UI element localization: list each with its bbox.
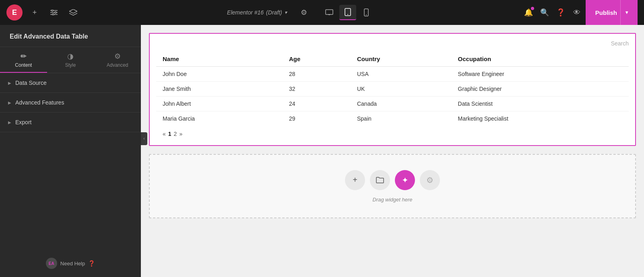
cell-age-1: 32 — [283, 82, 351, 96]
advanced-features-section: ▶ Advanced Features — [0, 93, 141, 113]
data-source-arrow: ▶ — [8, 81, 11, 85]
topbar-left: E + — [6, 4, 80, 21]
col-header-occupation: Occupation — [452, 51, 629, 67]
draft-status: (Draft) — [266, 9, 282, 16]
cell-occupation-2: Data Scientist — [452, 96, 629, 111]
add-widget-button[interactable]: + — [345, 170, 365, 190]
col-header-name: Name — [156, 51, 283, 67]
svg-point-3 — [52, 10, 53, 11]
notifications-button[interactable]: 🔔 — [521, 5, 536, 20]
data-source-header[interactable]: ▶ Data Source — [0, 73, 141, 92]
draft-chevron: ▾ — [285, 10, 287, 15]
tab-content-label: Content — [15, 62, 32, 68]
sidebar: Edit Advanced Data Table ✏ Content ◑ Sty… — [0, 25, 141, 277]
sidebar-tabs: ✏ Content ◑ Style ⚙ Advanced — [0, 47, 141, 73]
table-row: Maria Garcia 29 Spain Marketing Speciali… — [156, 111, 629, 126]
advanced-features-arrow: ▶ — [8, 101, 11, 105]
tab-style-label: Style — [65, 62, 76, 68]
svg-point-12 — [366, 14, 367, 15]
cell-country-3: Spain — [351, 111, 452, 126]
pagination-page-1[interactable]: 1 — [168, 131, 171, 137]
cell-occupation-1: Graphic Designer — [452, 82, 629, 96]
settings-button[interactable]: ⚙ — [297, 5, 311, 20]
tab-advanced-label: Advanced — [107, 62, 128, 68]
col-header-country: Country — [351, 51, 452, 67]
cell-occupation-3: Marketing Specialist — [452, 111, 629, 126]
table-row: Jane Smith 32 UK Graphic Designer — [156, 82, 629, 96]
export-label: Export — [15, 119, 31, 125]
advanced-features-header[interactable]: ▶ Advanced Features — [0, 93, 141, 112]
cell-age-2: 24 — [283, 96, 351, 111]
tab-style[interactable]: ◑ Style — [47, 47, 94, 73]
template-folder-button[interactable] — [370, 170, 390, 190]
tablet-view-button[interactable] — [339, 5, 356, 20]
cell-age-0: 28 — [283, 67, 351, 82]
drop-zone-label: Drag widget here — [373, 197, 413, 203]
cell-occupation-0: Software Engineer — [452, 67, 629, 82]
sidebar-collapse-handle[interactable]: ‹ — [141, 132, 147, 145]
data-source-section: ▶ Data Source — [0, 73, 141, 93]
content-tab-icon: ✏ — [21, 52, 27, 61]
cell-country-0: USA — [351, 67, 452, 82]
svg-rect-6 — [326, 10, 333, 14]
ai-button[interactable]: ⚙ — [420, 170, 440, 190]
cell-name-1: Jane Smith — [156, 82, 283, 96]
view-mode-switcher — [321, 5, 375, 20]
export-arrow: ▶ — [8, 120, 11, 125]
export-section: ▶ Export — [0, 113, 141, 132]
main-layout: Edit Advanced Data Table ✏ Content ◑ Sty… — [0, 25, 644, 277]
desktop-view-button[interactable] — [321, 5, 338, 20]
svg-point-5 — [52, 14, 54, 15]
tab-advanced[interactable]: ⚙ Advanced — [94, 47, 141, 73]
mobile-view-button[interactable] — [358, 5, 375, 20]
style-tab-icon: ◑ — [67, 52, 74, 61]
help-circle-icon: ❓ — [88, 260, 95, 267]
magic-button[interactable]: ✦ — [395, 170, 415, 190]
layers-button[interactable] — [66, 5, 80, 20]
publish-button[interactable]: Publish ▾ — [586, 0, 638, 25]
topbar-center: Elementor #16 (Draft) ▾ ⚙ — [227, 5, 375, 20]
table-body: John Doe 28 USA Software Engineer Jane S… — [156, 67, 629, 126]
export-header[interactable]: ▶ Export — [0, 113, 141, 132]
search-placeholder: Search — [611, 40, 629, 47]
need-help-button[interactable]: EA Need Help ❓ — [46, 258, 95, 269]
pagination-next[interactable]: » — [179, 131, 182, 137]
sidebar-footer: EA Need Help ❓ — [0, 250, 141, 277]
pagination-prev[interactable]: « — [163, 131, 166, 137]
advanced-tab-icon: ⚙ — [114, 52, 121, 61]
table-widget[interactable]: Search Name Age Country Occupation John … — [149, 33, 636, 146]
table-header: Name Age Country Occupation — [156, 51, 629, 67]
elementor-logo[interactable]: E — [6, 4, 23, 21]
table-row: John Albert 24 Canada Data Scientist — [156, 96, 629, 111]
search-button[interactable]: 🔍 — [537, 5, 552, 20]
table-header-row: Name Age Country Occupation — [156, 51, 629, 67]
topbar: E + Elementor #16 (Draft) ▾ ⚙ — [0, 0, 644, 25]
search-row: Search — [156, 40, 629, 51]
customize-button[interactable] — [47, 5, 61, 20]
pagination-page-2[interactable]: 2 — [174, 131, 177, 137]
pagination: « 1 2 » — [156, 126, 629, 139]
sidebar-title: Edit Advanced Data Table — [0, 25, 141, 47]
preview-button[interactable]: 👁 — [570, 5, 584, 20]
need-help-label: Need Help — [60, 261, 85, 267]
publish-chevron[interactable]: ▾ — [620, 0, 628, 25]
svg-point-10 — [347, 14, 348, 15]
notification-dot — [531, 7, 534, 10]
svg-point-4 — [55, 12, 56, 13]
help-button[interactable]: ❓ — [553, 5, 568, 20]
cell-country-1: UK — [351, 82, 452, 96]
drop-zone[interactable]: + ✦ ⚙ Drag widget here — [149, 154, 636, 218]
table-row: John Doe 28 USA Software Engineer — [156, 67, 629, 82]
cell-country-2: Canada — [351, 96, 452, 111]
data-source-label: Data Source — [15, 80, 47, 86]
cell-name-0: John Doe — [156, 67, 283, 82]
add-button[interactable]: + — [27, 5, 42, 20]
tab-content[interactable]: ✏ Content — [0, 47, 47, 73]
canvas: Search Name Age Country Occupation John … — [141, 25, 644, 277]
drop-zone-buttons: + ✦ ⚙ — [345, 170, 440, 190]
cell-name-2: John Albert — [156, 96, 283, 111]
data-table: Name Age Country Occupation John Doe 28 … — [156, 51, 629, 126]
draft-title[interactable]: Elementor #16 (Draft) ▾ — [227, 9, 287, 16]
cell-name-3: Maria Garcia — [156, 111, 283, 126]
topbar-right: 🔔 🔍 ❓ 👁 Publish ▾ — [521, 0, 638, 25]
